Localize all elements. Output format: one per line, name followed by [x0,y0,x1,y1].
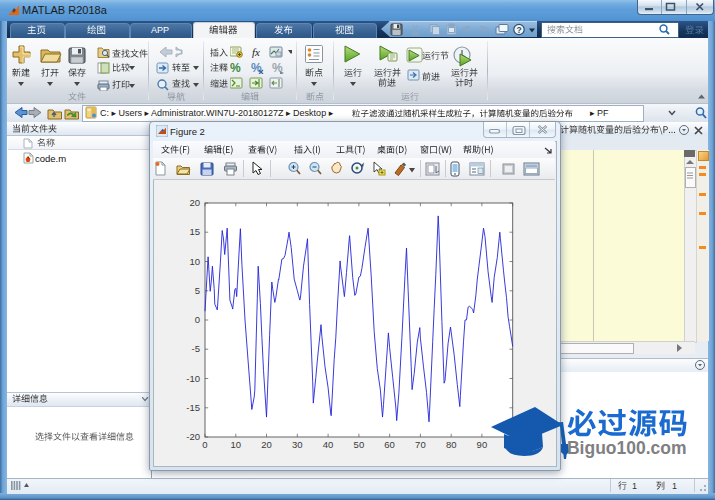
svg-text:30: 30 [292,439,303,450]
svg-text:5: 5 [195,285,200,296]
svg-text:0: 0 [195,314,200,325]
svg-text:90: 90 [477,439,488,450]
svg-text:-10: -10 [186,373,200,384]
svg-text:15: 15 [189,226,200,237]
svg-text:20: 20 [261,439,272,450]
svg-text:10: 10 [189,256,200,267]
svg-text:50: 50 [354,439,365,450]
svg-text:70: 70 [415,439,426,450]
svg-text:-5: -5 [192,343,200,354]
svg-text:20: 20 [189,197,200,208]
svg-text:-20: -20 [186,431,200,442]
svg-text:0: 0 [202,439,207,450]
svg-text:40: 40 [323,439,334,450]
svg-text:60: 60 [384,439,395,450]
svg-text:10: 10 [231,439,242,450]
svg-text:80: 80 [446,439,457,450]
svg-text:-15: -15 [186,402,200,413]
